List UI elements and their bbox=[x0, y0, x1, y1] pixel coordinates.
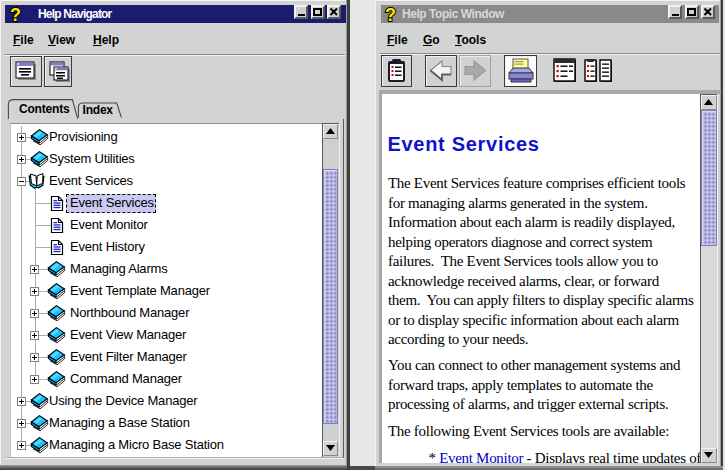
svg-text:?: ? bbox=[385, 5, 396, 23]
svg-text:?: ? bbox=[10, 5, 21, 23]
svg-text:Index: Index bbox=[83, 103, 114, 117]
svg-text:Contents: Contents bbox=[19, 102, 70, 116]
